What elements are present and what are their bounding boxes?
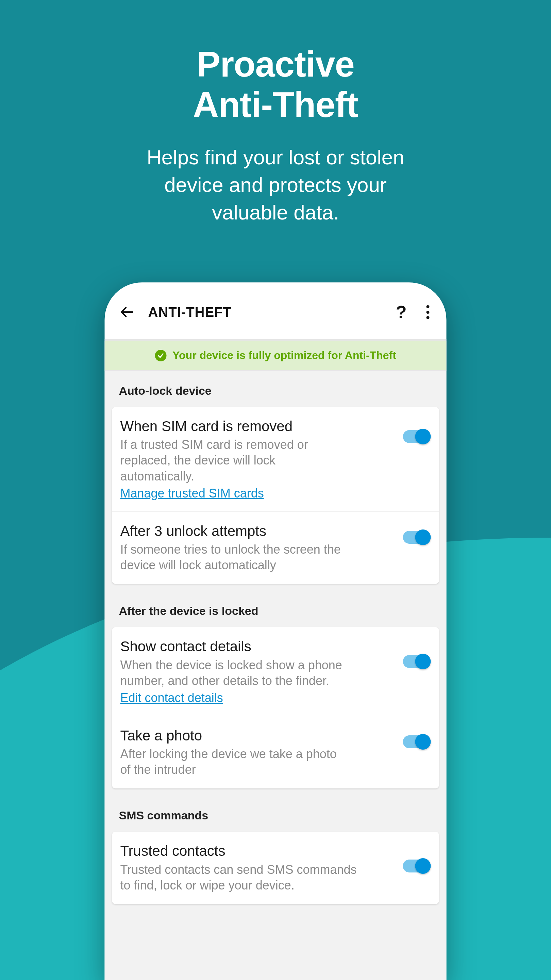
- setting-trusted-contacts[interactable]: Trusted contacts Trusted contacts can se…: [112, 832, 439, 904]
- promo-sub-line2: device and protects your: [164, 173, 387, 196]
- status-text: Your device is fully optimized for Anti-…: [172, 349, 396, 362]
- setting-desc: Trusted contacts can send SMS commands t…: [121, 862, 359, 893]
- device-frame: ANTI-THEFT ? Your device is fully optimi…: [105, 282, 446, 980]
- promo-title: Proactive Anti-Theft: [0, 44, 551, 125]
- section-header-sms: SMS commands: [105, 788, 446, 832]
- section-header-autolock: Auto-lock device: [105, 371, 446, 407]
- card-autolock: When SIM card is removed If a trusted SI…: [112, 407, 439, 584]
- app-bar: ANTI-THEFT ?: [105, 285, 446, 339]
- edit-contact-link[interactable]: Edit contact details: [121, 691, 223, 705]
- promo-title-line2: Anti-Theft: [193, 85, 358, 124]
- setting-title: When SIM card is removed: [121, 418, 396, 435]
- promo-sub-line1: Helps find your lost or stolen: [147, 146, 404, 169]
- setting-desc: If a trusted SIM card is removed or repl…: [121, 437, 338, 484]
- back-icon[interactable]: [119, 304, 135, 320]
- card-afterlock: Show contact details When the device is …: [112, 627, 439, 788]
- setting-take-photo[interactable]: Take a photo After locking the device we…: [112, 716, 439, 789]
- content-area: Your device is fully optimized for Anti-…: [105, 340, 446, 980]
- setting-title: Take a photo: [121, 727, 396, 744]
- toggle-take-photo[interactable]: [403, 735, 430, 748]
- setting-unlock-attempts[interactable]: After 3 unlock attempts If someone tries…: [112, 511, 439, 584]
- setting-title: Show contact details: [121, 638, 396, 655]
- toggle-trusted-contacts[interactable]: [403, 859, 430, 872]
- manage-sim-link[interactable]: Manage trusted SIM cards: [121, 486, 264, 501]
- app-bar-title: ANTI-THEFT: [148, 305, 232, 320]
- promo-sub-line3: valuable data.: [212, 201, 339, 224]
- help-icon[interactable]: ?: [396, 302, 407, 322]
- more-icon[interactable]: [424, 302, 432, 322]
- section-header-afterlock: After the device is locked: [105, 584, 446, 627]
- card-sms: Trusted contacts Trusted contacts can se…: [112, 832, 439, 904]
- promo-subtitle: Helps find your lost or stolen device an…: [0, 143, 551, 226]
- setting-show-contact[interactable]: Show contact details When the device is …: [112, 627, 439, 716]
- check-icon: [155, 350, 166, 361]
- setting-title: Trusted contacts: [121, 843, 396, 859]
- setting-desc: If someone tries to unlock the screen th…: [121, 542, 365, 573]
- status-banner: Your device is fully optimized for Anti-…: [105, 340, 446, 371]
- setting-title: After 3 unlock attempts: [121, 523, 396, 540]
- promo-title-line1: Proactive: [197, 44, 354, 84]
- setting-desc: When the device is locked show a phone n…: [121, 657, 352, 689]
- setting-desc: After locking the device we take a photo…: [121, 746, 338, 778]
- toggle-show-contact[interactable]: [403, 655, 430, 668]
- toggle-unlock-attempts[interactable]: [403, 531, 430, 544]
- promo-header: Proactive Anti-Theft Helps find your los…: [0, 0, 551, 226]
- setting-sim-removed[interactable]: When SIM card is removed If a trusted SI…: [112, 407, 439, 511]
- toggle-sim-removed[interactable]: [403, 430, 430, 443]
